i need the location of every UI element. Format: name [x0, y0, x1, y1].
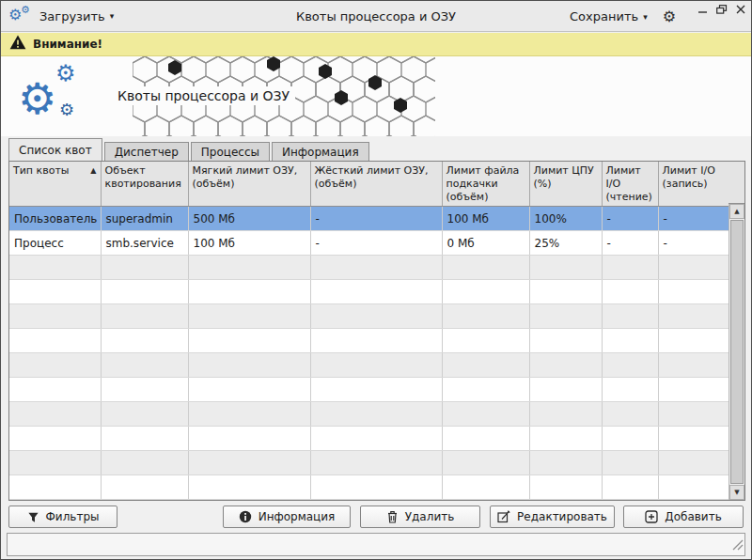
table-cell[interactable]: [310, 353, 442, 378]
table-cell[interactable]: Процесс: [9, 231, 101, 256]
table-cell[interactable]: [310, 402, 442, 427]
table-cell[interactable]: [602, 256, 658, 280]
table-cell[interactable]: Пользователь: [9, 207, 101, 231]
table-cell[interactable]: [529, 500, 602, 501]
settings-gear-icon[interactable]: ⚙: [663, 9, 676, 24]
table-cell[interactable]: 100 Мб: [442, 207, 529, 231]
table-row[interactable]: [9, 304, 729, 329]
table-cell[interactable]: -: [310, 207, 442, 231]
table-cell[interactable]: [658, 256, 729, 280]
table-row[interactable]: [9, 378, 729, 402]
table-cell[interactable]: [310, 378, 442, 402]
table-cell[interactable]: [188, 304, 310, 329]
scroll-up-button[interactable]: ▲: [729, 204, 744, 219]
table-cell[interactable]: 500 Мб: [188, 207, 310, 231]
table-cell[interactable]: [529, 353, 602, 378]
tab-quota-list[interactable]: Список квот: [8, 138, 102, 161]
table-cell[interactable]: [529, 256, 602, 280]
table-cell[interactable]: [9, 304, 101, 329]
table-cell[interactable]: [310, 500, 442, 501]
table-cell[interactable]: [602, 500, 658, 501]
table-cell[interactable]: [442, 256, 529, 280]
table-cell[interactable]: [602, 427, 658, 451]
table-cell[interactable]: [188, 500, 310, 501]
table-cell[interactable]: [529, 378, 602, 402]
table-cell[interactable]: [442, 402, 529, 427]
table-cell[interactable]: [442, 378, 529, 402]
column-header[interactable]: Тип квоты▲: [9, 162, 101, 207]
column-header[interactable]: Объект квотирования: [101, 162, 188, 207]
table-cell[interactable]: 100 Мб: [188, 231, 310, 256]
table-row[interactable]: Пользовательsuperadmin500 Мб-100 Мб100%-…: [9, 207, 729, 231]
table-cell[interactable]: [101, 353, 188, 378]
tab-dispatcher[interactable]: Диспетчер: [104, 142, 189, 161]
table-row[interactable]: [9, 329, 729, 353]
table-cell[interactable]: [442, 500, 529, 501]
table-cell[interactable]: -: [658, 231, 729, 256]
table-cell[interactable]: [529, 451, 602, 475]
table-cell[interactable]: [9, 451, 101, 475]
table-cell[interactable]: [188, 475, 310, 500]
table-cell[interactable]: [188, 329, 310, 353]
table-cell[interactable]: [602, 378, 658, 402]
table-row[interactable]: [9, 427, 729, 451]
table-cell[interactable]: [602, 280, 658, 304]
table-cell[interactable]: [101, 427, 188, 451]
table-cell[interactable]: [529, 475, 602, 500]
table-cell[interactable]: [658, 451, 729, 475]
table-cell[interactable]: [9, 475, 101, 500]
table-cell[interactable]: 25%: [529, 231, 602, 256]
table-cell[interactable]: [658, 304, 729, 329]
table-cell[interactable]: [188, 451, 310, 475]
maximize-button[interactable]: [716, 5, 728, 14]
table-cell[interactable]: smb.service: [101, 231, 188, 256]
table-cell[interactable]: [602, 475, 658, 500]
table-cell[interactable]: [658, 475, 729, 500]
table-cell[interactable]: [658, 427, 729, 451]
table-cell[interactable]: [9, 353, 101, 378]
column-header[interactable]: Лимит I/O (запись): [658, 162, 729, 207]
table-cell[interactable]: [442, 329, 529, 353]
table-row[interactable]: [9, 353, 729, 378]
table-cell[interactable]: [310, 427, 442, 451]
table-row[interactable]: Процессsmb.service100 Мб-0 Мб25%--: [9, 231, 729, 256]
column-header[interactable]: Жёсткий лимит ОЗУ, (объём): [310, 162, 442, 207]
table-cell[interactable]: [442, 353, 529, 378]
table-cell[interactable]: [188, 280, 310, 304]
table-cell[interactable]: [602, 451, 658, 475]
table-cell[interactable]: [101, 402, 188, 427]
column-header[interactable]: Лимит ЦПУ (%): [529, 162, 602, 207]
table-cell[interactable]: [658, 353, 729, 378]
minimize-button[interactable]: [697, 5, 708, 14]
table-row[interactable]: [9, 451, 729, 475]
table-cell[interactable]: [529, 427, 602, 451]
table-cell[interactable]: [310, 329, 442, 353]
table-row[interactable]: [9, 500, 729, 501]
table-cell[interactable]: [101, 475, 188, 500]
tab-processes[interactable]: Процессы: [191, 142, 270, 161]
table-cell[interactable]: [9, 256, 101, 280]
close-button[interactable]: [736, 5, 745, 14]
table-cell[interactable]: [602, 402, 658, 427]
table-cell[interactable]: [188, 256, 310, 280]
column-header[interactable]: Мягкий лимит ОЗУ, (объём): [188, 162, 310, 207]
table-cell[interactable]: [188, 378, 310, 402]
save-menu-button[interactable]: Сохранить ▾: [570, 9, 648, 23]
table-row[interactable]: [9, 256, 729, 280]
table-cell[interactable]: [529, 304, 602, 329]
resize-grip[interactable]: [731, 537, 744, 554]
table-cell[interactable]: [9, 427, 101, 451]
scrollbar-thumb[interactable]: [730, 220, 744, 484]
table-cell[interactable]: [442, 304, 529, 329]
table-cell[interactable]: [188, 402, 310, 427]
table-cell[interactable]: [9, 378, 101, 402]
table-cell[interactable]: [658, 280, 729, 304]
table-cell[interactable]: [529, 402, 602, 427]
table-cell[interactable]: [9, 402, 101, 427]
delete-button[interactable]: Удалить: [360, 506, 480, 528]
tab-information[interactable]: Информация: [272, 142, 369, 161]
table-cell[interactable]: [310, 475, 442, 500]
table-cell[interactable]: [442, 475, 529, 500]
table-cell[interactable]: [442, 427, 529, 451]
table-row[interactable]: [9, 402, 729, 427]
